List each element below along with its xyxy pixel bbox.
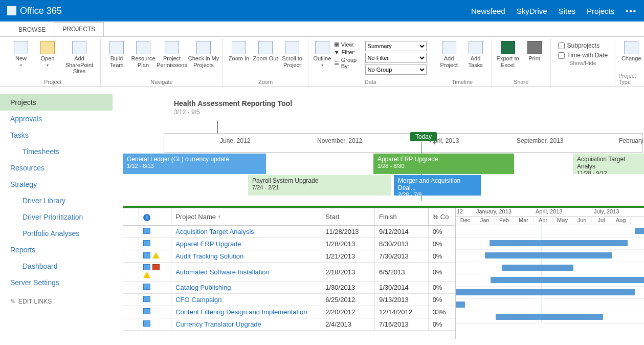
sidebar-item[interactable]: Resources [0,160,113,176]
project-icon [143,252,150,258]
view-label: View: [341,41,355,48]
print-button[interactable]: Print [522,39,547,62]
nav-skydrive[interactable]: SkyDrive [517,7,547,15]
nav-newsfeed[interactable]: Newsfeed [471,7,505,15]
red-flag-icon [152,264,160,270]
timeline-summary[interactable]: Health Assessment Reporting Tool 3/12 - … [123,92,644,205]
sidebar-item[interactable]: Driver Prioritization [0,209,113,225]
timeline-bar[interactable]: Payroll System Upgrade7/24 - 2/21 [248,175,391,196]
tab-browse[interactable]: BROWSE [10,23,54,36]
view-select[interactable]: Summary [365,41,427,51]
gantt-quarter-label: April, 2013 [536,208,563,214]
subprojects-checkbox[interactable]: Subprojects [558,42,608,49]
timeline-bar[interactable]: Merger and Acquisition Deal...2/28 - 7/9 [394,175,481,196]
gantt-header: 12 January, 2013 April, 2013 July, 2013 … [456,208,644,225]
export-excel-button[interactable]: Export to Excel [495,39,521,68]
zoom-out-button[interactable]: Zoom Out [253,39,278,62]
sidebar-item[interactable]: Server Settings [0,274,113,291]
sidebar-item[interactable]: Timesheets [0,143,113,160]
gantt-bar[interactable] [491,277,644,283]
gantt-bar[interactable] [490,240,628,246]
resource-plan-button[interactable]: Resource Plan [130,39,156,68]
gantt-bar[interactable] [502,265,573,271]
project-link[interactable]: Automated Software Installation [175,268,270,276]
group-project: New▾ Open▾ Add SharePoint Sites Project [5,39,101,87]
timeline-callout: Health Assessment Reporting Tool 3/12 - … [174,99,292,116]
project-link[interactable]: CFO Campaign [175,296,221,304]
gantt-year-label: 12 [457,208,463,214]
nav-projects[interactable]: Projects [587,7,614,15]
table-row[interactable]: Audit Tracking Solution1/21/20137/30/201… [123,250,455,263]
gantt-month-label: Jul [592,217,611,225]
table-row[interactable]: Apparel ERP Upgrade1/28/20138/30/20130% [123,238,455,250]
sidebar-item[interactable]: Reports [0,242,113,258]
gantt-bar[interactable] [456,301,465,308]
filter-select[interactable]: No Filter [365,53,427,63]
zoom-in-icon [232,41,246,54]
checkin-button[interactable]: Check in My Projects [188,39,219,68]
timeline-bar[interactable]: Apparel ERP Upgrade1/28 - 8/30 [373,154,514,174]
group-select[interactable]: No Group [365,64,427,75]
table-row[interactable]: Catalog Publishing1/30/20131/30/20140% [123,282,455,294]
new-button[interactable]: New▾ [8,39,34,68]
sidebar-item[interactable]: Strategy [0,176,113,192]
col-pct[interactable]: % Co [428,208,455,226]
col-start[interactable]: Start [321,208,375,226]
col-finish[interactable]: Finish [374,208,428,226]
ribbon: New▾ Open▾ Add SharePoint Sites Project … [0,37,644,87]
change-type-button[interactable]: Change [618,39,644,62]
table-row[interactable]: Acquisition Target Analysis11/28/20139/1… [123,226,455,238]
group-zoom: Zoom In Zoom Out Scroll to Project Zoom [223,39,308,87]
project-link[interactable]: Audit Tracking Solution [175,252,243,260]
nav-more-icon[interactable]: ••• [626,7,637,15]
table-row[interactable]: Automated Software Installation2/18/2013… [123,263,455,282]
gantt-chart[interactable]: 12 January, 2013 April, 2013 July, 2013 … [455,208,644,339]
col-name[interactable]: Project Name ↑ [171,208,321,226]
add-sharepoint-button[interactable]: Add SharePoint Sites [61,39,97,75]
scroll-to-project-button[interactable]: Scroll to Project [279,39,305,68]
axis-label: February [619,137,643,144]
outline-button[interactable]: Outline▾ [312,39,333,68]
project-link[interactable]: Content Filtering Design and Implementat… [175,308,307,316]
table-row[interactable]: Currency Translator Upgrade2/4/20137/16/… [123,318,455,331]
sidebar-item[interactable]: Projects [0,94,113,111]
sidebar-item[interactable]: Tasks [0,127,113,143]
timeline-bar[interactable]: Acquisition Target Analys11/28 - 9/12 [573,154,644,174]
gantt-bar[interactable] [456,289,635,295]
gantt-bar[interactable] [635,228,644,234]
content: Health Assessment Reporting Tool 3/12 - … [113,87,644,345]
project-link[interactable]: Catalog Publishing [175,284,231,291]
grid-table: i Project Name ↑ Start Finish % Co Acqui… [123,208,455,339]
pencil-icon: ✎ [10,298,15,305]
tab-projects[interactable]: PROJECTS [54,22,104,36]
sidebar-item[interactable]: Approvals [0,111,113,127]
sidebar-item[interactable]: Dashboard [0,258,113,274]
permissions-button[interactable]: Project Permissions [157,39,187,68]
add-project-button[interactable]: Add Project [436,39,462,68]
gantt-row [456,262,644,274]
zoom-in-button[interactable]: Zoom In [226,39,252,62]
excel-icon [501,41,515,54]
info-icon[interactable]: i [143,214,150,221]
build-team-button[interactable]: Build Team [104,39,129,68]
gantt-month-label: Jan [475,217,495,225]
edit-links[interactable]: ✎ EDIT LINKS [0,291,113,312]
callout-connector [217,121,218,133]
project-link[interactable]: Apparel ERP Upgrade [175,240,241,248]
gantt-bar[interactable] [485,252,612,258]
open-button[interactable]: Open▾ [35,39,60,68]
table-row[interactable]: CFO Campaign6/25/20129/13/20130% [123,294,455,306]
sidebar-item[interactable]: Portfolio Analyses [0,225,113,242]
add-tasks-button[interactable]: Add Tasks [463,39,488,68]
project-link[interactable]: Currency Translator Upgrade [175,320,261,328]
add-tasks-icon [469,41,483,54]
project-link[interactable]: Acquisition Target Analysis [175,228,254,235]
sidebar-item[interactable]: Driver Library [0,192,113,209]
time-with-date-checkbox[interactable]: Time with Date [558,52,608,59]
timeline-bar[interactable]: General Ledger (GL) currency update1/12 … [123,154,266,174]
filter-icon: ▼ [334,49,340,55]
gantt-bar[interactable] [496,314,603,320]
nav-sites[interactable]: Sites [559,7,575,15]
group-label: Navigate [150,78,172,87]
table-row[interactable]: Content Filtering Design and Implementat… [123,306,455,318]
